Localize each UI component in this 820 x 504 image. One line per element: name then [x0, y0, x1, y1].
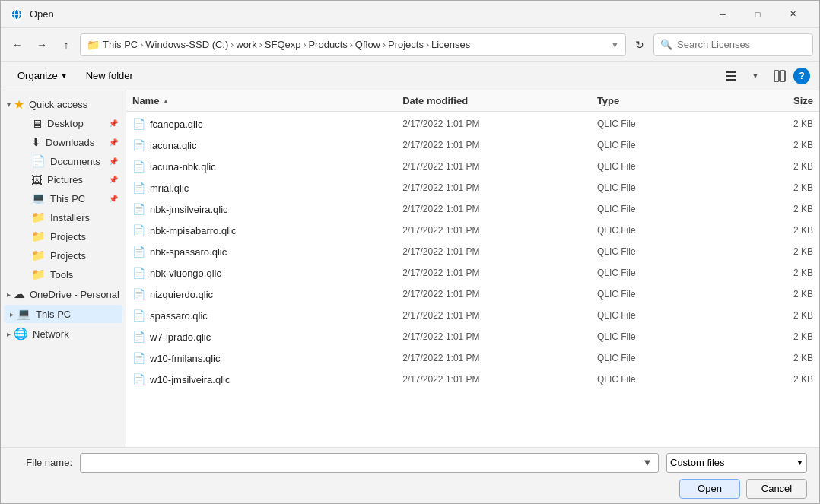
breadcrumb-sfqexp[interactable]: SFQexp	[265, 39, 301, 50]
sidebar-item-projects2[interactable]: 📁 Projects	[4, 246, 122, 265]
table-row[interactable]: 📄 nbk-vluongo.qlic 2/17/2022 1:01 PM QLI…	[132, 262, 813, 284]
projects2-icon: 📁	[31, 249, 46, 262]
new-folder-button[interactable]: New folder	[78, 66, 141, 86]
cancel-button[interactable]: Cancel	[746, 479, 807, 499]
view-options-button[interactable]: ▼	[745, 65, 766, 87]
table-row[interactable]: 📄 nbk-jmsilveira.qlic 2/17/2022 1:01 PM …	[132, 198, 813, 220]
breadcrumb-qflow[interactable]: Qflow	[355, 39, 380, 50]
onedrive-header[interactable]: ▸ ☁ OneDrive - Personal	[1, 285, 126, 303]
sidebar-item-desktop-label: Desktop	[47, 118, 84, 129]
toolbar-row: Organize ▼ New folder ▼ ?	[1, 62, 819, 90]
file-size: 2 KB	[738, 204, 813, 214]
up-button[interactable]: ↑	[56, 34, 77, 55]
sidebar-item-downloads[interactable]: ⬇ Downloads 📌	[4, 133, 122, 151]
address-bar[interactable]: 📁 This PC › Windows-SSD (C:) › work › SF…	[80, 33, 626, 56]
quick-access-arrow: ▾	[7, 100, 11, 109]
svg-rect-7	[774, 71, 779, 81]
col-header-size[interactable]: Size	[738, 95, 813, 106]
table-row[interactable]: 📄 nbk-spassaro.qlic 2/17/2022 1:01 PM QL…	[132, 241, 813, 262]
table-row[interactable]: 📄 iacuna-nbk.qlic 2/17/2022 1:01 PM QLIC…	[132, 156, 813, 177]
file-name: w10-jmsilveira.qlic	[150, 374, 230, 385]
file-list: 📄 fcanepa.qlic 2/17/2022 1:01 PM QLIC Fi…	[126, 112, 819, 447]
file-date: 2/17/2022 1:01 PM	[402, 374, 597, 385]
file-icon: 📄	[132, 246, 145, 258]
minimize-button[interactable]: ─	[705, 1, 740, 28]
svg-rect-5	[726, 75, 736, 77]
quick-access-header[interactable]: ▾ ★ Quick access	[1, 95, 126, 114]
forward-button[interactable]: →	[31, 34, 52, 55]
back-button[interactable]: ←	[7, 34, 28, 55]
file-name: nbk-vluongo.qlic	[150, 268, 221, 279]
sidebar-item-documents[interactable]: 📄 Documents 📌	[4, 152, 122, 170]
breadcrumb-thispc[interactable]: This PC	[103, 39, 138, 50]
search-icon: 🔍	[660, 39, 672, 50]
col-header-date[interactable]: Date modified	[402, 95, 597, 106]
sidebar-item-pictures[interactable]: 🖼 Pictures 📌	[4, 171, 122, 189]
table-row[interactable]: 📄 spassaro.qlic 2/17/2022 1:01 PM QLIC F…	[132, 305, 813, 326]
file-name: w10-fmilans.qlic	[150, 353, 220, 364]
sidebar-item-projects1[interactable]: 📁 Projects	[4, 227, 122, 246]
file-type: QLIC File	[597, 182, 738, 193]
maximize-button[interactable]: □	[740, 1, 775, 28]
pin-icon-downloads: 📌	[109, 138, 118, 147]
file-size: 2 KB	[738, 140, 813, 151]
sidebar-item-projects2-label: Projects	[50, 250, 86, 262]
col-header-type[interactable]: Type	[597, 95, 738, 106]
sort-arrow-name: ▲	[162, 97, 169, 105]
filename-input[interactable]	[84, 457, 640, 468]
thispc-header[interactable]: ▸ 💻 This PC	[4, 305, 122, 323]
title-bar: Open ─ □ ✕	[1, 1, 819, 28]
file-name: iacuna.qlic	[150, 140, 196, 151]
breadcrumb-work[interactable]: work	[236, 39, 256, 50]
table-row[interactable]: 📄 w10-fmilans.qlic 2/17/2022 1:01 PM QLI…	[132, 347, 813, 369]
col-header-name[interactable]: Name ▲	[132, 95, 402, 106]
file-size: 2 KB	[738, 289, 813, 300]
search-box[interactable]: 🔍	[653, 33, 813, 56]
sidebar-item-desktop[interactable]: 🖥 Desktop 📌	[4, 115, 122, 132]
close-button[interactable]: ✕	[775, 1, 810, 28]
downloads-icon: ⬇	[31, 135, 41, 149]
quick-access-star-icon: ★	[14, 97, 24, 112]
sidebar-item-thispc-quick[interactable]: 💻 This PC 📌	[4, 189, 122, 208]
table-row[interactable]: 📄 nbk-mpisabarro.qlic 2/17/2022 1:01 PM …	[132, 220, 813, 241]
sidebar-item-installers[interactable]: 📁 Installers	[4, 208, 122, 227]
table-row[interactable]: 📄 w10-jmsilveira.qlic 2/17/2022 1:01 PM …	[132, 369, 813, 390]
filename-dropdown-button[interactable]: ▼	[640, 454, 655, 472]
breadcrumb-projects[interactable]: Projects	[388, 39, 424, 50]
breadcrumb-drive[interactable]: Windows-SSD (C:)	[145, 39, 228, 50]
filename-row: File name: ▼ Custom files ▼	[13, 453, 807, 473]
file-date: 2/17/2022 1:01 PM	[402, 182, 597, 193]
help-button[interactable]: ?	[793, 68, 810, 84]
file-size: 2 KB	[738, 310, 813, 321]
breadcrumb-products[interactable]: Products	[308, 39, 347, 50]
table-row[interactable]: 📄 nizquierdo.qlic 2/17/2022 1:01 PM QLIC…	[132, 284, 813, 305]
pictures-icon: 🖼	[31, 173, 43, 186]
sidebar-item-pictures-label: Pictures	[47, 174, 83, 185]
installers-icon: 📁	[31, 211, 46, 224]
filetype-select[interactable]: Custom files ▼	[666, 453, 807, 473]
file-name: iacuna-nbk.qlic	[150, 161, 216, 173]
table-row[interactable]: 📄 mrial.qlic 2/17/2022 1:01 PM QLIC File…	[132, 177, 813, 198]
file-date: 2/17/2022 1:01 PM	[402, 204, 597, 214]
table-row[interactable]: 📄 iacuna.qlic 2/17/2022 1:01 PM QLIC Fil…	[132, 135, 813, 156]
pin-icon-thispc: 📌	[109, 195, 118, 203]
file-size: 2 KB	[738, 225, 813, 236]
network-header[interactable]: ▸ 🌐 Network	[1, 325, 126, 343]
file-type: QLIC File	[597, 225, 738, 236]
list-view-button[interactable]	[720, 65, 742, 87]
open-button[interactable]: Open	[679, 479, 740, 499]
search-input[interactable]	[677, 39, 806, 50]
table-row[interactable]: 📄 w7-lprado.qlic 2/17/2022 1:01 PM QLIC …	[132, 326, 813, 347]
file-date: 2/17/2022 1:01 PM	[402, 246, 597, 257]
filename-input-wrap[interactable]: ▼	[80, 453, 659, 473]
pin-icon-documents: 📌	[109, 157, 118, 166]
columns-button[interactable]	[769, 65, 790, 87]
refresh-button[interactable]: ↻	[629, 34, 650, 55]
table-row[interactable]: 📄 fcanepa.qlic 2/17/2022 1:01 PM QLIC Fi…	[132, 113, 813, 135]
sidebar-item-documents-label: Documents	[50, 156, 100, 167]
breadcrumb-licenses[interactable]: Licenses	[431, 39, 470, 50]
toolbar-right: ▼ ?	[720, 65, 810, 87]
file-name: mrial.qlic	[150, 182, 189, 194]
organize-button[interactable]: Organize ▼	[10, 66, 75, 86]
sidebar-item-tools[interactable]: 📁 Tools	[4, 265, 122, 284]
